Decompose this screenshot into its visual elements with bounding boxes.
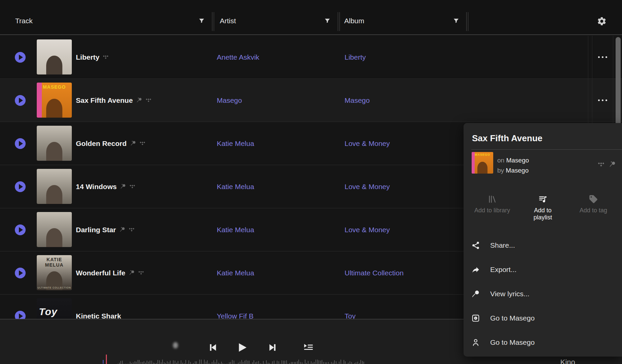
skip-next-icon xyxy=(267,340,279,355)
tidal-icon xyxy=(128,226,135,233)
on-label: on xyxy=(497,157,504,164)
context-menu-item-label: Go to Masego xyxy=(490,338,535,346)
context-menu-item-0[interactable]: Share... xyxy=(464,233,622,257)
column-header-track[interactable]: Track xyxy=(15,17,33,25)
waveform-strip[interactable] xyxy=(117,359,367,364)
play-icon xyxy=(19,141,23,146)
previous-track-button[interactable] xyxy=(207,340,219,355)
row-play-button[interactable] xyxy=(15,52,26,63)
filter-album-button[interactable] xyxy=(452,17,461,26)
track-context-menu: Sax Fifth Avenue MASEGO on Masego by Mas… xyxy=(464,123,622,357)
filter-track-button[interactable] xyxy=(197,17,206,26)
album-art[interactable] xyxy=(37,126,72,161)
tidal-icon xyxy=(597,161,605,170)
track-title: Liberty xyxy=(76,53,99,61)
context-menu-item-4[interactable]: Go to Masego xyxy=(464,330,622,355)
play-button[interactable] xyxy=(235,340,248,355)
album-art[interactable]: KATIE MELUAULTIMATE COLLECTION xyxy=(37,255,72,290)
settings-button[interactable] xyxy=(597,16,607,26)
filter-icon xyxy=(198,21,205,26)
context-action-2[interactable]: Add to tag xyxy=(568,194,619,228)
export-icon xyxy=(471,265,480,274)
play-queue-button[interactable] xyxy=(303,342,314,353)
playlist-add-icon xyxy=(538,194,547,205)
music-app-window: Track Artist Album Liberty Anette Askvik… xyxy=(0,0,622,364)
column-divider[interactable] xyxy=(212,12,214,31)
album-link[interactable]: Liberty xyxy=(345,36,366,79)
album-link[interactable]: Love & Money xyxy=(345,165,390,208)
artist-link[interactable]: Anette Askvik xyxy=(217,36,259,79)
album-link[interactable]: Love & Money xyxy=(345,122,390,165)
up-next-label: Kino xyxy=(560,358,575,364)
table-row: Liberty Anette Askvik Liberty xyxy=(0,36,622,79)
context-action-label: Add to library xyxy=(474,207,510,214)
track-title: 14 Windows xyxy=(76,183,117,191)
album-art[interactable] xyxy=(37,169,72,204)
context-menu-item-3[interactable]: Go to Masego xyxy=(464,306,622,330)
lyrics-icon xyxy=(136,97,142,103)
play-icon xyxy=(19,55,23,60)
library-icon xyxy=(487,194,497,205)
column-divider[interactable] xyxy=(338,12,340,31)
artist-link[interactable]: Katie Melua xyxy=(217,251,254,294)
album-art[interactable]: Toy xyxy=(37,298,72,319)
artist-link[interactable]: Masego xyxy=(217,79,242,122)
context-menu-item-1[interactable]: Export... xyxy=(464,257,622,282)
context-action-0[interactable]: Add to library xyxy=(467,194,517,228)
column-header-album[interactable]: Album xyxy=(344,17,364,25)
column-header-artist[interactable]: Artist xyxy=(220,17,236,25)
next-track-button[interactable] xyxy=(267,340,279,355)
album-icon xyxy=(471,314,480,323)
context-action-1[interactable]: Add to playlist xyxy=(517,194,568,228)
row-play-button[interactable] xyxy=(15,181,26,192)
track-title: Sax Fifth Avenue xyxy=(76,96,133,104)
play-icon xyxy=(19,184,23,189)
row-play-button[interactable] xyxy=(15,95,26,106)
column-divider[interactable] xyxy=(466,12,468,31)
context-menu-item-label: Go to Masego xyxy=(490,314,535,322)
lyrics-icon xyxy=(609,161,616,170)
context-menu-item-label: Export... xyxy=(490,266,516,274)
artist-link[interactable]: Katie Melua xyxy=(217,165,254,208)
album-art[interactable]: MASEGO xyxy=(37,83,72,118)
context-menu-title: Sax Fifth Avenue xyxy=(472,133,542,144)
track-title: Darling Star xyxy=(76,226,116,234)
context-menu-badges xyxy=(597,161,616,170)
lyrics-icon xyxy=(130,140,136,147)
table-row: MASEGO Sax Fifth Avenue Masego Masego xyxy=(0,79,622,122)
artist-link[interactable]: Katie Melua xyxy=(217,208,254,251)
tidal-icon xyxy=(138,270,144,276)
album-link[interactable]: Ultimate Collection xyxy=(345,251,404,294)
table-header: Track Artist Album xyxy=(0,0,622,35)
person-icon xyxy=(471,338,480,347)
context-menu-artist-link[interactable]: Masego xyxy=(506,167,529,174)
row-play-button[interactable] xyxy=(15,138,26,149)
artist-link[interactable]: Katie Melua xyxy=(217,122,254,165)
row-play-button[interactable] xyxy=(15,268,26,278)
lyrics-icon xyxy=(119,226,125,233)
filter-icon xyxy=(452,21,460,26)
album-link[interactable]: Masego xyxy=(345,79,370,122)
context-menu-item-2[interactable]: View lyrics... xyxy=(464,282,622,306)
artist-link[interactable]: Yellow Fif B xyxy=(217,295,254,319)
row-play-button[interactable] xyxy=(15,224,26,235)
context-menu-album-link[interactable]: Masego xyxy=(506,157,529,164)
playlist-play-icon xyxy=(303,342,314,353)
play-icon xyxy=(19,227,23,233)
row-options-button[interactable] xyxy=(593,36,612,79)
album-link[interactable]: Love & Money xyxy=(345,208,390,251)
tidal-icon xyxy=(129,183,136,190)
album-art[interactable] xyxy=(37,212,72,247)
play-icon xyxy=(19,313,23,319)
status-dot xyxy=(173,342,178,348)
waveform-playhead-secondary xyxy=(103,360,103,364)
lyrics-icon xyxy=(128,270,135,276)
context-action-label: Add to tag xyxy=(580,207,607,214)
album-link[interactable]: Toy xyxy=(345,295,356,319)
row-options-button[interactable] xyxy=(593,79,612,122)
row-play-button[interactable] xyxy=(15,311,26,319)
track-title: Wonderful Life xyxy=(76,269,125,277)
album-art[interactable] xyxy=(37,39,72,74)
context-menu-meta: on Masego by Masego xyxy=(497,155,529,176)
filter-artist-button[interactable] xyxy=(323,17,332,26)
